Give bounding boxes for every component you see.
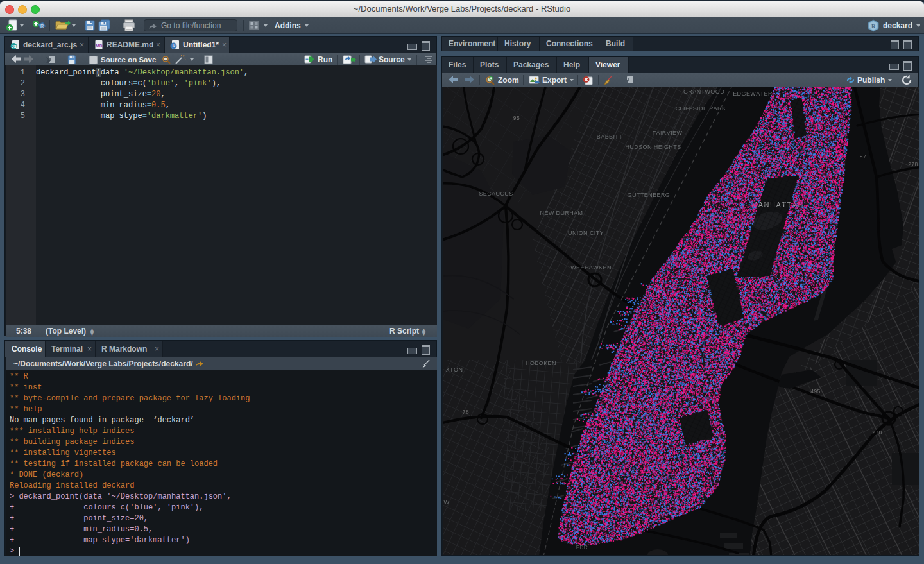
svg-text:R: R [40,24,44,28]
svg-text:R: R [172,43,176,49]
svg-text:R: R [871,23,876,30]
svg-text:MD: MD [96,44,103,48]
svg-text:JS: JS [12,44,17,49]
